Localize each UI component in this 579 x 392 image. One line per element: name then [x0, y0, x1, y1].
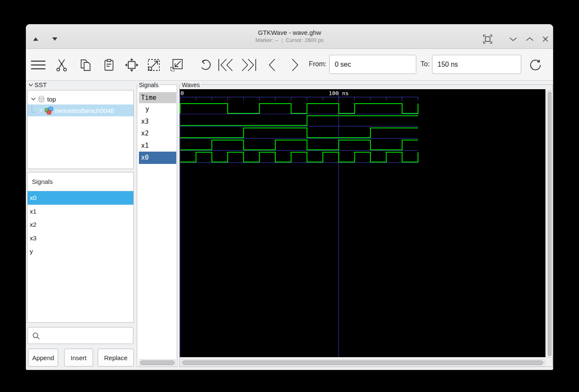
timeline-label: 100 ns	[329, 90, 349, 96]
skip-to-end-icon	[241, 58, 257, 72]
wave-trace-x2	[180, 128, 418, 138]
window-title: GTKWave - wave.ghw	[26, 29, 553, 36]
close-button[interactable]	[539, 34, 552, 45]
waves-hscrollbar[interactable]	[181, 359, 545, 366]
wave-trace-x3	[180, 116, 418, 126]
sst-section-label: SST	[28, 81, 47, 88]
copy-button[interactable]	[76, 56, 95, 73]
wave-name-rows: yx3x2x1x0	[139, 103, 176, 164]
titlebar[interactable]: GTKWave - wave.ghw Marker: --|Cursor: 26…	[26, 24, 553, 49]
expander-open-icon[interactable]	[31, 97, 36, 101]
timeline-label: 0	[181, 90, 184, 96]
signal-list-header[interactable]: Signals	[28, 172, 133, 191]
search-icon	[32, 332, 40, 340]
zoom-out-icon	[170, 58, 184, 72]
cut-icon	[56, 59, 68, 71]
undo-icon	[198, 59, 212, 71]
signal-list-item-y[interactable]: y	[28, 245, 133, 258]
wave-name-row-x1[interactable]: x1	[139, 140, 176, 152]
signal-list-item-x0[interactable]: x0	[28, 191, 133, 205]
reload-icon	[528, 58, 543, 72]
next-edge-button[interactable]	[286, 56, 305, 73]
subtitle-separator: |	[281, 37, 282, 43]
waves-vscrollbar[interactable]	[547, 90, 553, 358]
tree-connector-line	[30, 106, 37, 115]
wave-name-row-x3[interactable]: x3	[139, 116, 176, 128]
expander-closed-icon[interactable]	[39, 108, 42, 113]
wave-trace-x1	[180, 140, 418, 150]
tree-item-top[interactable]: top	[28, 93, 133, 105]
zoom-in-icon	[147, 58, 161, 72]
collapse-chevron-icon[interactable]	[28, 83, 33, 87]
wave-name-row-y[interactable]: y	[139, 103, 176, 116]
waves-vscroll-thumb[interactable]	[548, 92, 551, 356]
wave-canvas[interactable]: 0100 ns	[180, 89, 545, 357]
time-header[interactable]: Time	[139, 92, 176, 103]
marker-status: Marker: --	[255, 37, 278, 43]
maximize-button[interactable]	[523, 34, 536, 45]
fullscreen-icon	[483, 34, 492, 44]
waves-frame-label: Waves	[181, 82, 201, 88]
cursor-status: Cursor: 2600 ps	[286, 37, 324, 43]
wave-name-row-x2[interactable]: x2	[139, 127, 176, 140]
signal-list-item-x3[interactable]: x3	[28, 231, 133, 245]
module-cylinder-icon	[38, 96, 45, 103]
fullscreen-button[interactable]	[481, 34, 494, 45]
chevron-right-icon	[290, 58, 300, 72]
chevron-up-icon	[526, 37, 534, 41]
menu-icon	[31, 59, 46, 71]
tree-item-child-label: meinetestbench0046	[55, 107, 114, 114]
gtkwave-window: GTKWave - wave.ghw Marker: --|Cursor: 26…	[26, 24, 553, 370]
window-subtitle: Marker: --|Cursor: 2600 ps	[26, 37, 553, 43]
to-label: To:	[421, 60, 429, 68]
titlebar-text: GTKWave - wave.ghw Marker: --|Cursor: 26…	[26, 24, 553, 43]
append-button[interactable]: Append	[28, 349, 58, 367]
search-box	[28, 327, 133, 344]
from-input[interactable]	[329, 55, 416, 74]
signal-list-item-x1[interactable]: x1	[28, 205, 133, 218]
signal-list: x0x1x2x3y	[28, 191, 133, 258]
copy-icon	[80, 59, 91, 71]
wave-trace-y	[180, 104, 418, 113]
wave-trace-x0	[180, 152, 418, 162]
wave-name-row-x0[interactable]: x0	[139, 152, 176, 164]
cut-button[interactable]	[52, 56, 71, 73]
replace-button[interactable]: Replace	[98, 349, 134, 367]
zoom-in-button[interactable]	[144, 56, 163, 73]
menu-button[interactable]	[29, 56, 48, 73]
signal-list-item-x2[interactable]: x2	[28, 218, 133, 231]
chevron-down-icon	[509, 37, 517, 41]
skip-to-start-icon	[217, 58, 234, 72]
search-input[interactable]	[42, 327, 130, 344]
goto-start-button[interactable]	[216, 56, 235, 73]
toolbar: From: To:	[26, 49, 553, 81]
sst-tree: top meinetestbench0046	[27, 90, 134, 169]
entity-cubes-icon	[45, 107, 54, 115]
minimize-button[interactable]	[507, 34, 520, 45]
prev-edge-button[interactable]	[263, 56, 281, 73]
wave-area[interactable]: 0100 ns	[180, 89, 545, 357]
signals-hscroll-thumb[interactable]	[140, 361, 175, 365]
paste-button[interactable]	[99, 56, 118, 73]
signal-list-panel: Signals x0x1x2x3y	[27, 172, 134, 323]
signals-hscrollbar[interactable]	[139, 359, 176, 366]
insert-button[interactable]: Insert	[64, 349, 93, 367]
to-input[interactable]	[432, 55, 521, 74]
goto-end-button[interactable]	[240, 56, 258, 73]
from-label: From:	[309, 60, 327, 68]
chevron-left-icon	[267, 58, 277, 72]
waves-hscroll-thumb[interactable]	[182, 361, 543, 365]
close-icon	[542, 36, 548, 42]
reload-button[interactable]	[526, 56, 545, 73]
zoom-fit-button[interactable]	[122, 56, 141, 73]
zoom-fit-icon	[124, 58, 139, 72]
undo-button[interactable]	[196, 56, 215, 73]
signals-frame-label: Signals	[138, 82, 160, 88]
paste-icon	[104, 59, 114, 71]
tree-item-top-label: top	[47, 96, 56, 103]
zoom-out-button[interactable]	[167, 56, 186, 73]
tree-item-meinetestbench0046[interactable]: meinetestbench0046	[28, 104, 133, 116]
